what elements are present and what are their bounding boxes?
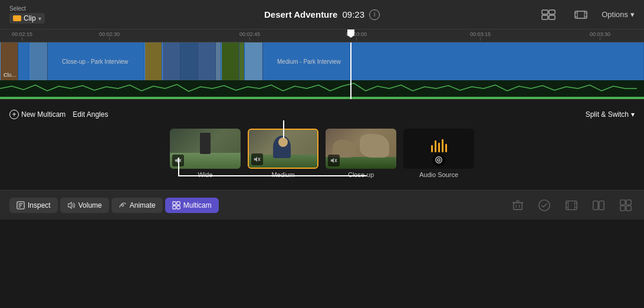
- multicam-grid-icon: [541, 9, 556, 20]
- svg-rect-2: [542, 15, 548, 19]
- angles-container: Wide Medium: [0, 125, 644, 185]
- bottom-toolbar-right: [510, 196, 635, 214]
- animate-icon: [119, 201, 127, 209]
- trash-icon: [512, 199, 524, 211]
- video-track: Clo... Close-up - Park Interview Cl...: [0, 42, 644, 80]
- closeup-thumb[interactable]: [326, 129, 396, 169]
- svg-point-19: [438, 159, 440, 161]
- svg-point-34: [539, 199, 550, 210]
- closeup-label: Close-up: [348, 171, 374, 178]
- new-multicam-btn[interactable]: + New Multicam: [9, 110, 65, 119]
- svg-rect-27: [173, 205, 176, 208]
- svg-rect-28: [177, 205, 180, 208]
- multicam-section: + New Multicam Edit Angles Split & Switc…: [0, 99, 644, 190]
- split-switch-chevron: ▾: [631, 110, 635, 119]
- svg-rect-42: [593, 201, 598, 209]
- clip-segment-4[interactable]: [162, 42, 221, 80]
- new-multicam-label: New Multicam: [21, 110, 65, 119]
- multicam-toolbar-left: + New Multicam Edit Angles: [9, 110, 108, 119]
- options-chevron-icon: ▾: [630, 10, 635, 19]
- split-switch-btn[interactable]: Split & Switch ▾: [586, 110, 635, 119]
- trash-btn[interactable]: [510, 197, 526, 214]
- select-label: Select: [9, 5, 45, 12]
- top-bar-center: Desert Adventure 09:23 i: [264, 9, 380, 20]
- split-switch-label: Split & Switch: [586, 110, 629, 119]
- edit-angles-btn[interactable]: Edit Angles: [73, 110, 108, 119]
- audio-track: [0, 80, 644, 97]
- info-icon[interactable]: i: [369, 9, 380, 20]
- multicam-view-btn[interactable]: [537, 7, 560, 22]
- multicam-btn-label: Multicam: [183, 201, 212, 209]
- bottom-toolbar-left: Inspect Volume Animate Multic: [9, 198, 219, 213]
- clip-icon: [13, 15, 21, 21]
- svg-rect-26: [177, 201, 180, 204]
- audio-source-thumb[interactable]: [403, 129, 474, 169]
- timeline-ruler: 00:02:15 00:02:30 00:02:45 00:03:00 00:0…: [0, 30, 644, 42]
- angle-connector-h: [178, 175, 367, 176]
- svg-rect-46: [620, 205, 625, 210]
- top-bar-left: Select Clip ▾: [9, 5, 45, 24]
- plus-icon: +: [9, 110, 19, 119]
- waveform: [0, 80, 644, 97]
- inspect-btn[interactable]: Inspect: [9, 198, 58, 213]
- clip-label: Clip: [24, 14, 36, 22]
- closeup-mute-icon: [328, 155, 340, 166]
- svg-rect-0: [542, 10, 548, 14]
- top-bar: Select Clip ▾ Desert Adventure 09:23 i: [0, 0, 644, 30]
- multicam-btn-icon: [172, 201, 180, 209]
- angle-audio-source[interactable]: Audio Source: [403, 129, 474, 178]
- split-btn[interactable]: [590, 196, 607, 214]
- inspect-icon: [17, 201, 25, 209]
- wide-label: Wide: [198, 171, 212, 178]
- angle-closeup[interactable]: Close-up: [326, 129, 396, 178]
- top-bar-right: Options ▾: [537, 7, 635, 22]
- grid-layout-icon: [619, 199, 632, 212]
- split-view-icon: [592, 199, 605, 212]
- animate-label: Animate: [130, 201, 156, 209]
- svg-rect-11: [0, 80, 644, 97]
- svg-point-24: [121, 204, 124, 207]
- volume-btn[interactable]: Volume: [60, 198, 109, 213]
- project-title: Desert Adventure: [264, 9, 337, 19]
- svg-rect-3: [549, 15, 555, 19]
- clip-segment-6[interactable]: Medium - Park Interview: [245, 42, 644, 80]
- svg-rect-25: [173, 201, 176, 204]
- ruler-tick-5: 00:03:15: [470, 31, 491, 41]
- bottom-toolbar: Inspect Volume Animate Multic: [0, 190, 644, 219]
- ruler-tick-3: 00:02:45: [239, 31, 260, 41]
- inspect-label: Inspect: [28, 201, 51, 209]
- options-label: Options: [602, 10, 628, 19]
- multicam-btn[interactable]: Multicam: [165, 198, 219, 213]
- filmstrip-btn[interactable]: [563, 196, 580, 214]
- svg-rect-1: [549, 10, 555, 14]
- volume-label: Volume: [78, 201, 102, 209]
- animate-btn[interactable]: Animate: [111, 198, 163, 213]
- timeline-wrapper: 00:02:15 00:02:30 00:02:45 00:03:00 00:0…: [0, 30, 644, 99]
- svg-rect-45: [626, 199, 631, 204]
- project-duration: 09:23: [342, 9, 364, 19]
- ruler-tick-1: 00:02:15: [12, 31, 32, 41]
- clip-segment-2[interactable]: Close-up - Park Interview: [29, 42, 144, 80]
- wide-thumb[interactable]: [170, 129, 241, 169]
- edit-angles-label: Edit Angles: [73, 110, 108, 119]
- checkmark-icon: [538, 199, 551, 212]
- volume-icon: [67, 201, 75, 209]
- clip-segment-5[interactable]: Cl...: [221, 42, 245, 80]
- options-btn[interactable]: Options ▾: [602, 10, 635, 19]
- svg-rect-35: [566, 201, 577, 209]
- audio-settings-icon: [432, 153, 445, 166]
- angle-wide[interactable]: Wide: [170, 129, 241, 178]
- grid-btn[interactable]: [617, 196, 635, 214]
- medium-mute-icon: [251, 153, 263, 165]
- check-btn[interactable]: [535, 196, 553, 214]
- svg-point-18: [436, 157, 442, 163]
- clip-selector[interactable]: Clip ▾: [9, 13, 45, 24]
- playhead-connector-left: [283, 120, 284, 138]
- clip-view-btn[interactable]: [570, 7, 592, 22]
- svg-rect-47: [626, 205, 631, 210]
- audio-source-label: Audio Source: [419, 171, 458, 178]
- svg-rect-29: [514, 202, 523, 209]
- clip-view-icon: [574, 9, 587, 20]
- clip-segment-3[interactable]: [144, 42, 162, 80]
- svg-rect-4: [575, 11, 587, 18]
